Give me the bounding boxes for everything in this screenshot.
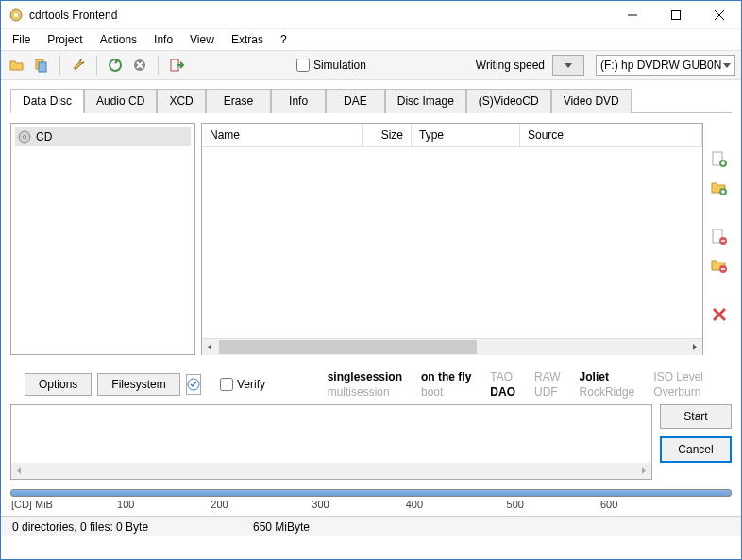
ruler-tick: 600: [600, 499, 617, 510]
action-buttons: Start Cancel: [660, 404, 732, 480]
start-button[interactable]: Start: [660, 404, 732, 429]
list-body[interactable]: [202, 147, 702, 338]
tab-data-disc[interactable]: Data Disc: [10, 89, 84, 113]
col-type[interactable]: Type: [412, 124, 520, 146]
menu-view[interactable]: View: [182, 30, 222, 49]
log-scroll-left[interactable]: [11, 463, 27, 479]
capacity-ruler: [CD] MiB 100 200 300 400 500 600: [1, 485, 741, 516]
toolbar-separator: [158, 56, 159, 75]
capacity-bar: [10, 489, 732, 497]
exit-icon[interactable]: [166, 55, 187, 76]
remove-file-icon[interactable]: [709, 227, 730, 247]
tab-disc-image[interactable]: Disc Image: [385, 89, 466, 113]
list-header: Name Size Type Source: [202, 124, 702, 147]
mode-raw: RAW: [534, 370, 561, 383]
disc-tree[interactable]: CD: [10, 123, 195, 355]
copy-icon[interactable]: [31, 55, 52, 76]
options-row: Options Filesystem Verify singlesession …: [1, 365, 741, 404]
mode-boot: boot: [421, 385, 471, 399]
maximize-button[interactable]: [654, 1, 698, 29]
writing-speed-dropdown[interactable]: [552, 55, 584, 76]
check-indicator-icon[interactable]: [186, 374, 201, 395]
disc-icon: [17, 129, 32, 144]
filesystem-button[interactable]: Filesystem: [97, 373, 179, 396]
writing-speed-label: Writing speed: [476, 59, 545, 72]
mode-rockridge: RockRidge: [580, 385, 635, 399]
tab-dae[interactable]: DAE: [326, 89, 385, 113]
col-name[interactable]: Name: [202, 124, 363, 146]
mode-singlesession: singlesession: [328, 370, 402, 383]
tab-audio-cd[interactable]: Audio CD: [84, 89, 157, 113]
delete-icon[interactable]: [709, 304, 730, 325]
mode-tao: TAO: [490, 370, 515, 383]
scroll-track[interactable]: [218, 339, 686, 355]
simulation-label: Simulation: [313, 59, 366, 72]
remove-folder-icon[interactable]: [709, 255, 730, 276]
window-controls: [611, 1, 741, 29]
mode-overburn: Overburn: [653, 385, 703, 399]
mode-indicators: singlesession on the fly TAO RAW Joliet …: [328, 370, 703, 399]
wrench-icon[interactable]: [68, 55, 89, 76]
simulation-checkbox-input[interactable]: [296, 59, 310, 72]
col-size[interactable]: Size: [363, 124, 412, 146]
refresh-disc-icon[interactable]: [105, 55, 126, 76]
tab-erase[interactable]: Erase: [206, 89, 271, 113]
drive-label: (F:) hp DVDRW GUB0N: [600, 59, 723, 72]
tree-root-item[interactable]: CD: [15, 127, 191, 146]
col-source[interactable]: Source: [520, 124, 702, 146]
ruler-tick: 400: [406, 499, 423, 510]
svg-point-1: [14, 13, 18, 17]
svg-rect-2: [672, 10, 681, 19]
verify-checkbox[interactable]: Verify: [220, 378, 265, 391]
menu-project[interactable]: Project: [40, 30, 90, 49]
ruler-tick: 100: [117, 499, 134, 510]
mode-joliet: Joliet: [580, 370, 635, 383]
menu-help[interactable]: ?: [273, 30, 295, 49]
svg-point-9: [24, 136, 26, 139]
ruler-ticks: [CD] MiB 100 200 300 400 500 600: [10, 499, 732, 514]
open-folder-icon[interactable]: [7, 55, 27, 76]
list-h-scrollbar[interactable]: [202, 338, 702, 354]
simulation-checkbox[interactable]: Simulation: [296, 59, 366, 72]
add-folder-icon[interactable]: [709, 178, 730, 198]
toolbar: Simulation Writing speed (F:) hp DVDRW G…: [1, 50, 741, 80]
main-area: CD Name Size Type Source: [1, 113, 741, 365]
menu-actions[interactable]: Actions: [93, 30, 144, 49]
cancel-button[interactable]: Cancel: [660, 436, 732, 463]
tab-xcd[interactable]: XCD: [157, 89, 205, 113]
file-list[interactable]: Name Size Type Source: [201, 123, 703, 355]
log-scroll-right[interactable]: [635, 463, 651, 479]
verify-label: Verify: [237, 378, 265, 391]
options-button[interactable]: Options: [25, 373, 92, 396]
mode-multisession: multisession: [328, 385, 402, 399]
mode-udf: UDF: [534, 385, 561, 399]
drive-dropdown[interactable]: (F:) hp DVDRW GUB0N: [596, 55, 735, 76]
scroll-left-arrow[interactable]: [202, 339, 218, 355]
ruler-tick: 200: [211, 499, 228, 510]
tab-svcd[interactable]: (S)VideoCD: [466, 89, 551, 113]
toolbar-separator: [59, 56, 60, 75]
scroll-right-arrow[interactable]: [686, 339, 702, 355]
verify-checkbox-input[interactable]: [220, 378, 233, 391]
status-bar: 0 directories, 0 files: 0 Byte 650 MiByt…: [1, 516, 741, 536]
menubar: File Project Actions Info View Extras ?: [1, 29, 741, 50]
scroll-thumb[interactable]: [219, 340, 477, 354]
titlebar: cdrtools Frontend: [1, 1, 741, 29]
close-button[interactable]: [698, 1, 741, 29]
add-file-icon[interactable]: [709, 149, 730, 170]
mode-dao: DAO: [490, 385, 515, 399]
ruler-unit: [CD] MiB: [11, 499, 53, 510]
minimize-button[interactable]: [611, 1, 654, 29]
mode-onthefly: on the fly: [421, 370, 471, 383]
tree-root-label: CD: [36, 130, 52, 144]
menu-extras[interactable]: Extras: [224, 30, 271, 49]
status-left: 0 directories, 0 files: 0 Byte: [5, 520, 245, 534]
menu-info[interactable]: Info: [146, 30, 180, 49]
log-h-scrollbar[interactable]: [11, 463, 651, 479]
log-output[interactable]: [10, 404, 652, 480]
cancel-disc-icon[interactable]: [129, 55, 150, 76]
tab-info[interactable]: Info: [271, 89, 326, 113]
tab-video-dvd[interactable]: Video DVD: [551, 89, 632, 113]
ruler-tick: 500: [507, 499, 524, 510]
menu-file[interactable]: File: [5, 30, 38, 49]
